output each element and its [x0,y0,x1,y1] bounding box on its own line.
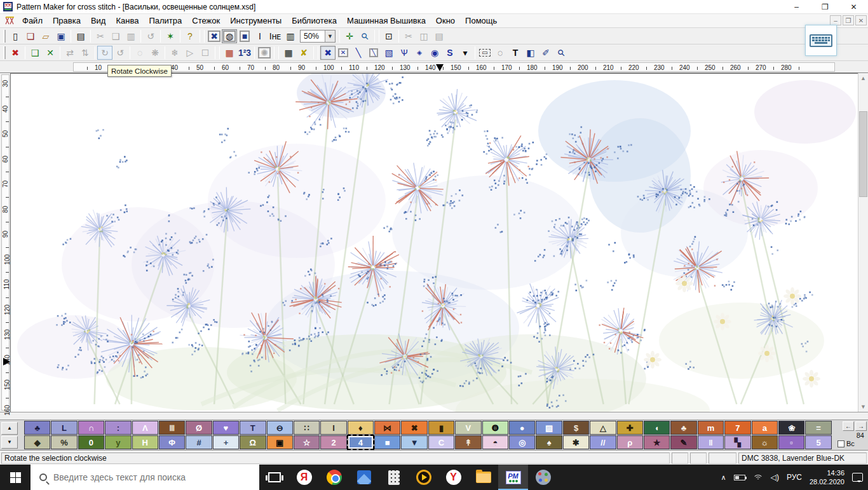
mdi-minimize-button[interactable]: – [830,15,841,25]
refresh-window-button[interactable]: ⊡ [381,29,397,43]
taskbar-app-task-view[interactable] [259,465,289,490]
palette-swatch-r2-6[interactable]: Φ [159,435,185,449]
text-tool[interactable]: T [508,46,523,60]
fit-to-window-button[interactable]: ✛ [342,29,357,43]
flip-vertical-button[interactable]: ⇅ [78,46,93,60]
full-stitch-tool[interactable]: ✖ [320,46,336,60]
vertical-scrollbar[interactable]: ▲ ▼ [858,73,868,412]
palette-swatch-r1-10[interactable]: ⊖ [267,421,293,435]
palette-swatch-r2-14[interactable]: ■ [374,435,400,449]
menu-item-1[interactable]: Файл [17,15,48,27]
palette-swatch-r2-11[interactable]: ☆ [294,435,320,449]
highlight-color-button[interactable]: ✺ [257,46,272,60]
palette-swatch-r2-17[interactable]: ↟ [455,435,481,449]
palette-swatch-r2-21[interactable]: ✱ [563,435,589,449]
outline-selection-button[interactable]: ▷ [182,46,198,60]
import-pattern-button[interactable]: ✶ [163,29,178,43]
import-image-button[interactable]: ❏ [23,29,38,43]
rect-select-tool[interactable]: ▭ [477,46,492,60]
select-area-button[interactable]: ☐ [198,46,213,60]
petite-stitch-tool[interactable]: ✕ [336,46,351,60]
palette-swatch-r1-9[interactable]: T [240,421,266,435]
palette-swatch-r1-26[interactable]: m [698,421,724,435]
palette-page-left-button[interactable]: ← [843,421,854,431]
palette-swatch-r1-1[interactable]: ♣ [24,421,50,435]
palette-swatch-r2-26[interactable]: ‖ [698,435,724,449]
zoom-tool[interactable]: ⚲ [553,46,569,60]
french-knot-tool[interactable]: ◈ [412,46,427,60]
view-large-x-button[interactable]: ✘ [296,46,311,60]
stamp-selection-button[interactable]: ◌ [132,46,147,60]
taskbar-app-photos-app[interactable] [349,465,379,490]
rotate-clockwise-button[interactable]: ↻ [97,46,112,60]
taskbar-app-chrome[interactable] [319,465,349,490]
flip-horizontal-button[interactable]: ⇄ [62,46,78,60]
palette-swatch-r2-7[interactable]: # [186,435,212,449]
palette-swatch-r2-28[interactable]: ☼ [752,435,778,449]
pattern-canvas[interactable] [11,73,858,412]
new-document-button[interactable]: ▯ [8,29,23,43]
bead-tool[interactable]: ◉ [427,46,442,60]
menu-item-2[interactable]: Правка [48,15,86,27]
wifi-icon[interactable] [753,473,763,481]
palette-swatch-r2-15[interactable]: ▼ [401,435,427,449]
palette-swatch-r2-2[interactable]: % [51,435,77,449]
mdi-restore-button[interactable]: ❐ [843,15,854,25]
on-screen-keyboard-button[interactable] [805,25,837,56]
battery-icon[interactable] [734,475,745,480]
palette-swatch-r1-14[interactable]: ⋈ [374,421,400,435]
palette-swatch-r2-23[interactable]: ρ [617,435,643,449]
pattern-information-button[interactable]: ▥ [283,29,298,43]
paste-as-symbol-button[interactable]: ✕ [43,46,58,60]
palette-swatch-r1-11[interactable]: ∷ [294,421,320,435]
symbol-numbers-button[interactable]: 1²3 [237,46,252,60]
view-information-button[interactable]: Iʜᴇ [268,29,283,43]
palette-swatch-r1-5[interactable]: Λ [132,421,158,435]
minimize-button[interactable]: – [782,0,811,13]
view-solid-button[interactable]: ■ [237,29,252,43]
scroll-up-icon[interactable]: ▲ [858,73,868,83]
rotate-counterclockwise-button[interactable]: ↺ [112,46,128,60]
menu-item-6[interactable]: Стежок [187,15,225,27]
palette-swatch-r1-20[interactable]: ▨ [536,421,562,435]
palette-swatch-r2-5[interactable]: H [132,435,158,449]
palette-swatch-r2-1[interactable]: ◆ [24,435,50,449]
palette-swatch-selected-r2-13[interactable]: 4 [348,435,374,449]
lasso-select-tool[interactable]: ◌ [492,46,508,60]
half-stitch-tool[interactable]: ╲ [351,46,366,60]
volume-icon[interactable]: ◁) [771,473,779,482]
palette-swatch-r1-17[interactable]: V [455,421,481,435]
menu-item-8[interactable]: Библиотека [287,15,342,27]
palette-swatch-r2-22[interactable]: // [590,435,616,449]
palette-swatch-r2-27[interactable]: ▚ [724,435,750,449]
palette-colors-button[interactable]: ▦ [222,46,237,60]
open-file-button[interactable]: ▱ [38,29,53,43]
grid-toggle-button[interactable]: ▦ [281,46,296,60]
palette-swatch-r2-20[interactable]: ♠ [536,435,562,449]
menu-item-10[interactable]: Окно [431,15,460,27]
mdi-close-button[interactable]: ✕ [855,15,867,25]
palette-swatch-r2-24[interactable]: ★ [644,435,670,449]
palette-swatch-r1-4[interactable]: : [105,421,131,435]
language-indicator[interactable]: РУС [787,473,802,482]
palette-swatch-r1-2[interactable]: L [51,421,77,435]
palette-swatch-r1-25[interactable]: ♣ [670,421,696,435]
color-picker-tool[interactable]: ✐ [538,46,553,60]
help-button[interactable]: ? [182,29,198,43]
palette-swatch-r1-21[interactable]: $ [563,421,589,435]
split-view-button[interactable]: ◫ [416,29,431,43]
tray-chevron-icon[interactable]: ∧ [721,473,726,482]
fill-selection-button[interactable]: ❋ [147,46,163,60]
special-s-tool[interactable]: S [442,46,458,60]
menu-item-4[interactable]: Канва [111,15,144,27]
clock[interactable]: 14:36 28.02.2020 [810,468,844,487]
special-stitch-tool[interactable]: Ѱ [397,46,412,60]
palette-swatch-r1-12[interactable]: I [320,421,346,435]
undo-button[interactable]: ↺ [143,29,158,43]
menu-item-5[interactable]: Палитра [144,15,187,27]
special-s-dropdown[interactable]: ▾ [458,46,473,60]
taskbar-app-calculator[interactable] [379,465,409,490]
taskbar-app-yandex-y[interactable]: Y [438,465,468,490]
palette-swatch-r1-24[interactable]: ◖ [644,421,670,435]
view-beads-button[interactable]: ◍ [222,29,237,43]
